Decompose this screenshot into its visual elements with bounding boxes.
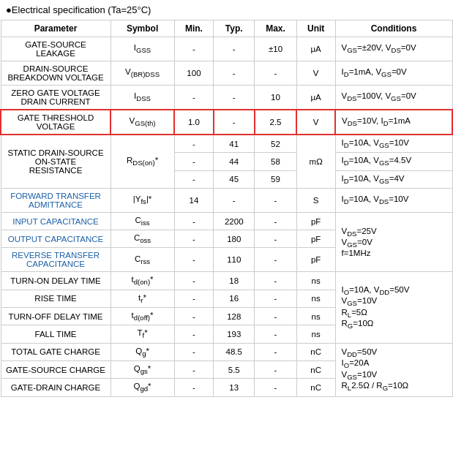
- max-cell: -: [255, 360, 297, 378]
- symbol-cell: Qgd*: [111, 379, 174, 396]
- typ-cell: 45: [214, 170, 255, 188]
- min-cell: 100: [174, 61, 214, 86]
- table-row: GATE-SOURCE LEAKAGE IGSS - - ±10 μA VGS=…: [1, 37, 452, 61]
- param-cell: TOTAL GATE CHARGE: [1, 343, 111, 360]
- conditions-cell: ID=10A, VGS=4V: [335, 170, 452, 188]
- param-cell: TURN-OFF DELAY TIME: [1, 308, 111, 325]
- min-cell: -: [174, 360, 214, 378]
- table-row: ZERO GATE VOLTAGEDRAIN CURRENT IDSS - - …: [1, 86, 452, 110]
- typ-cell: -: [214, 61, 255, 86]
- unit-cell: pF: [296, 212, 335, 230]
- col-typ: Typ.: [214, 20, 255, 37]
- min-cell: -: [174, 153, 214, 170]
- min-cell: 14: [174, 188, 214, 212]
- typ-cell: 18: [214, 272, 255, 290]
- symbol-cell: IDSS: [111, 86, 174, 110]
- param-cell: GATE-DRAIN CHARGE: [1, 379, 111, 396]
- conditions-cell: VGS=±20V, VDS=0V: [335, 37, 452, 61]
- unit-cell: nC: [296, 360, 335, 378]
- typ-cell: 128: [214, 308, 255, 325]
- symbol-cell: RDS(on)*: [111, 135, 174, 188]
- typ-cell: -: [214, 86, 255, 110]
- max-cell: -: [255, 325, 297, 343]
- unit-cell: mΩ: [296, 135, 335, 188]
- typ-cell: 48.5: [214, 343, 255, 360]
- symbol-cell: td(off)*: [111, 308, 174, 325]
- param-cell: FORWARD TRANSFERADMITTANCE: [1, 188, 111, 212]
- table-row: TURN-ON DELAY TIME td(on)* - 18 - ns IO=…: [1, 272, 452, 290]
- table-row: INPUT CAPACITANCE Ciss - 2200 - pF VDS=2…: [1, 212, 452, 230]
- max-cell: -: [255, 272, 297, 290]
- unit-cell: V: [296, 110, 335, 135]
- table-row: TOTAL GATE CHARGE Qg* - 48.5 - nC VDD=50…: [1, 343, 452, 360]
- col-unit: Unit: [296, 20, 335, 37]
- typ-cell: 5.5: [214, 360, 255, 378]
- conditions-cell: ID=10A, VDS=10V: [335, 188, 452, 212]
- conditions-cell: VDS=100V, VGS=0V: [335, 86, 452, 110]
- max-cell: -: [255, 212, 297, 230]
- table-row: DRAIN-SOURCEBREAKDOWN VOLTAGE V(BR)DSS 1…: [1, 61, 452, 86]
- typ-cell: 44: [214, 153, 255, 170]
- max-cell: 58: [255, 153, 297, 170]
- symbol-cell: |Yfs|*: [111, 188, 174, 212]
- unit-cell: S: [296, 188, 335, 212]
- table-row: STATIC DRAIN-SOURCEON-STATERESISTANCE RD…: [1, 135, 452, 153]
- symbol-cell: IGSS: [111, 37, 174, 61]
- param-cell: INPUT CAPACITANCE: [1, 212, 111, 230]
- conditions-cell: VDS=10V, ID=1mA: [335, 110, 452, 135]
- typ-cell: -: [214, 37, 255, 61]
- table-row-highlight: GATE THRESHOLD VOLTAGE VGS(th) 1.0 - 2.5…: [1, 110, 452, 135]
- max-cell: -: [255, 290, 297, 307]
- conditions-cell-switching: IO=10A, VDD=50VVGS=10VRL=5ΩRG=10Ω: [335, 272, 452, 343]
- max-cell: -: [255, 230, 297, 248]
- symbol-cell: tr*: [111, 290, 174, 307]
- min-cell: -: [174, 37, 214, 61]
- typ-cell: 2200: [214, 212, 255, 230]
- unit-cell: μA: [296, 37, 335, 61]
- unit-cell: ns: [296, 308, 335, 325]
- param-cell: FALL TIME: [1, 325, 111, 343]
- max-cell: -: [255, 379, 297, 396]
- max-cell: 10: [255, 86, 297, 110]
- unit-cell: ns: [296, 290, 335, 307]
- min-cell: -: [174, 272, 214, 290]
- typ-cell: 13: [214, 379, 255, 396]
- param-cell: RISE TIME: [1, 290, 111, 307]
- col-max: Max.: [255, 20, 297, 37]
- param-cell: TURN-ON DELAY TIME: [1, 272, 111, 290]
- min-cell: -: [174, 343, 214, 360]
- unit-cell: nC: [296, 379, 335, 396]
- unit-cell: μA: [296, 86, 335, 110]
- unit-cell: nC: [296, 343, 335, 360]
- min-cell: -: [174, 248, 214, 272]
- conditions-cell: ID=1mA, VGS=0V: [335, 61, 452, 86]
- param-cell: STATIC DRAIN-SOURCEON-STATERESISTANCE: [1, 135, 111, 188]
- symbol-cell: V(BR)DSS: [111, 61, 174, 86]
- min-cell: -: [174, 308, 214, 325]
- typ-cell: 193: [214, 325, 255, 343]
- param-cell: DRAIN-SOURCEBREAKDOWN VOLTAGE: [1, 61, 111, 86]
- symbol-cell: Qgs*: [111, 360, 174, 378]
- unit-cell: ns: [296, 272, 335, 290]
- unit-cell: pF: [296, 230, 335, 248]
- col-parameter: Parameter: [1, 20, 111, 37]
- param-cell: GATE THRESHOLD VOLTAGE: [1, 110, 111, 135]
- param-cell: ZERO GATE VOLTAGEDRAIN CURRENT: [1, 86, 111, 110]
- conditions-cell: ID=10A, VGS=10V: [335, 135, 452, 153]
- min-cell: 1.0: [174, 110, 214, 135]
- symbol-cell: Ciss: [111, 212, 174, 230]
- max-cell: -: [255, 61, 297, 86]
- unit-cell: pF: [296, 248, 335, 272]
- min-cell: -: [174, 379, 214, 396]
- max-cell: 59: [255, 170, 297, 188]
- typ-cell: 41: [214, 135, 255, 153]
- symbol-cell: Tf*: [111, 325, 174, 343]
- symbol-cell: Crss: [111, 248, 174, 272]
- col-min: Min.: [174, 20, 214, 37]
- col-symbol: Symbol: [111, 20, 174, 37]
- typ-cell: -: [214, 110, 255, 135]
- param-cell: OUTPUT CAPACITANCE: [1, 230, 111, 248]
- electrical-spec-table: Parameter Symbol Min. Typ. Max. Unit Con…: [0, 20, 453, 397]
- max-cell: -: [255, 188, 297, 212]
- max-cell: -: [255, 343, 297, 360]
